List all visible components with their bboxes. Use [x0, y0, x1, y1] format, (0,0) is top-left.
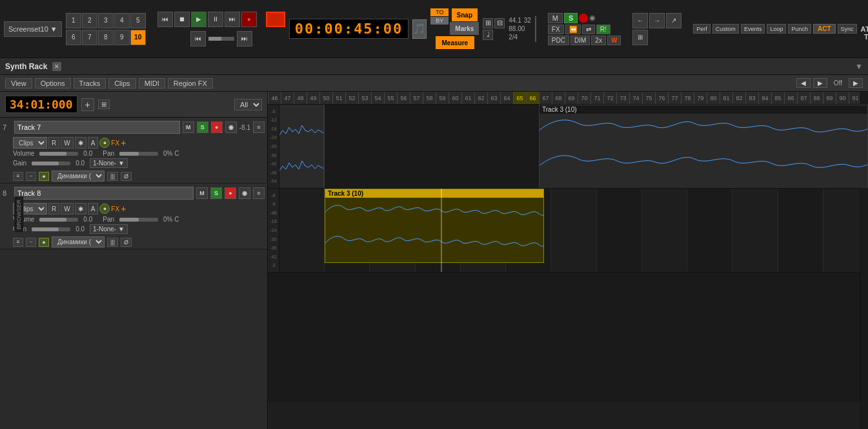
- track-8-wave-btn[interactable]: ~: [26, 238, 36, 247]
- perf-btn[interactable]: Perf: [693, 24, 711, 34]
- stop-btn[interactable]: ⏹: [174, 12, 190, 27]
- track-7-clips-dropdown[interactable]: Clips: [13, 137, 47, 149]
- track-7-none-dropdown[interactable]: 1-None- ▼: [90, 158, 128, 168]
- track-8-s-btn[interactable]: S: [210, 187, 222, 199]
- track-8-power-btn[interactable]: ●: [99, 204, 110, 214]
- rewind-icon[interactable]: ⏪: [565, 25, 581, 34]
- expand-btn[interactable]: ▶: [813, 78, 827, 88]
- track-8-fx-label[interactable]: FX: [111, 205, 119, 213]
- right-canvas[interactable]: 4647484950515253545556575859606162636465…: [268, 92, 868, 429]
- track-8-volume-slider[interactable]: [39, 218, 78, 222]
- tracks-menu[interactable]: Tracks: [74, 78, 106, 89]
- custom-btn[interactable]: Custom: [712, 24, 739, 34]
- track-8-name-input[interactable]: [14, 187, 194, 200]
- track-7-mute-icon[interactable]: Ø: [121, 172, 132, 181]
- track-8-power2-btn[interactable]: ●: [39, 238, 49, 247]
- record-btn[interactable]: ●: [241, 12, 257, 27]
- options-menu[interactable]: Options: [35, 78, 71, 89]
- track-8-fader-btn[interactable]: ≡: [253, 187, 265, 199]
- forward-btn[interactable]: ⏭: [237, 31, 252, 47]
- swap-btn[interactable]: ⇄: [582, 25, 595, 34]
- dim-btn[interactable]: DIM: [570, 36, 590, 45]
- num-3[interactable]: 3: [98, 13, 114, 28]
- track-7-m-btn[interactable]: M: [183, 121, 194, 133]
- grid-btn[interactable]: ⊞: [98, 99, 110, 109]
- track-7-wave-btn[interactable]: ~: [26, 172, 36, 181]
- track-8-w-btn[interactable]: W: [61, 203, 73, 214]
- synth-rack-close[interactable]: ✕: [52, 62, 61, 71]
- track-7-dynamics-dropdown[interactable]: Динамики (: [52, 171, 105, 182]
- track-8-a-btn[interactable]: A: [88, 203, 99, 214]
- track-8-gain-slider[interactable]: [32, 227, 70, 231]
- empty-canvas[interactable]: [268, 273, 868, 402]
- num-5[interactable]: 5: [130, 13, 146, 28]
- rewind-btn[interactable]: ⏮: [190, 31, 206, 47]
- track-8-speaker-btn[interactable]: ◉: [239, 187, 250, 199]
- track-7-meter-btn[interactable]: |||: [107, 172, 118, 181]
- arrow-diagonal-btn[interactable]: ↗: [666, 13, 681, 28]
- track-7-dark-area[interactable]: [325, 105, 538, 189]
- track-8-clip[interactable]: Track 3 (10): [325, 189, 544, 263]
- track-7-s-btn[interactable]: S: [197, 121, 208, 133]
- punch-btn[interactable]: Punch: [788, 24, 811, 34]
- position-slider[interactable]: [208, 37, 234, 41]
- snap-to-btn[interactable]: TO: [430, 8, 449, 16]
- grid-icon[interactable]: ⊞: [483, 18, 493, 28]
- minimize-btn[interactable]: ◀: [796, 78, 811, 88]
- region-fx-menu[interactable]: Region FX: [168, 78, 213, 89]
- metronome-indicator[interactable]: 🎵: [412, 19, 427, 39]
- track-7-name-input[interactable]: [14, 121, 180, 134]
- arrow-right-btn[interactable]: →: [649, 13, 665, 28]
- track-7-star-btn[interactable]: ✱: [75, 137, 86, 149]
- track-7-collapse-btn[interactable]: ≡: [13, 172, 23, 181]
- all-dropdown[interactable]: All: [234, 99, 262, 110]
- metronome-btn[interactable]: ♩: [483, 30, 493, 40]
- track-8-collapse-btn[interactable]: ≡: [13, 238, 23, 247]
- s-btn[interactable]: S: [564, 13, 578, 23]
- play-btn[interactable]: ▶: [191, 12, 207, 27]
- track-7-a-btn[interactable]: A: [88, 137, 99, 149]
- measure-btn[interactable]: Measure: [436, 36, 475, 49]
- midi-menu[interactable]: MIDI: [139, 78, 165, 89]
- add-track-btn[interactable]: +: [81, 98, 94, 111]
- settings-btn[interactable]: ▶: [849, 78, 863, 88]
- act-btn[interactable]: ACT: [813, 24, 836, 34]
- track-8-pan-slider[interactable]: [119, 218, 158, 222]
- track-7-gain-slider[interactable]: [32, 162, 70, 165]
- num-7[interactable]: 7: [82, 30, 97, 45]
- track-7-rec-btn[interactable]: ●: [211, 121, 223, 133]
- track-8-meter-btn[interactable]: |||: [107, 238, 118, 247]
- track-7-pan-slider[interactable]: [119, 152, 158, 156]
- track-7-w-btn[interactable]: W: [61, 137, 73, 149]
- grid-view-btn[interactable]: ⊞: [632, 30, 648, 45]
- view-menu[interactable]: View: [5, 78, 32, 89]
- track-8-mute-icon[interactable]: Ø: [121, 238, 132, 247]
- track-8-dynamics-dropdown[interactable]: Динамики (: [52, 236, 105, 247]
- track-8-canvas[interactable]: -6 -9 -dB -18 -24 -30 -36 -42 -3: [268, 189, 868, 273]
- num-6[interactable]: 6: [66, 30, 81, 45]
- track-7-power-btn[interactable]: ●: [99, 138, 110, 148]
- track-8-rec-btn[interactable]: ●: [225, 187, 236, 199]
- sync-btn[interactable]: Sync: [838, 24, 857, 34]
- track-8-star-btn[interactable]: ✱: [75, 203, 86, 214]
- track-8-r-btn[interactable]: R: [48, 203, 59, 214]
- loop-btn[interactable]: Loop: [767, 24, 786, 34]
- track-7-plus-btn[interactable]: +: [121, 138, 126, 148]
- num-2[interactable]: 2: [82, 13, 97, 28]
- num-10[interactable]: 10: [130, 30, 146, 45]
- marks-btn[interactable]: Marks: [450, 22, 479, 35]
- num-1[interactable]: 1: [66, 13, 81, 28]
- track-7-fader-btn[interactable]: ≡: [253, 121, 265, 133]
- track-7-fx-label[interactable]: FX: [111, 140, 119, 147]
- fx-btn[interactable]: FX: [548, 25, 564, 34]
- time-display[interactable]: 00:00:45:00: [289, 19, 409, 39]
- track-8-plus-btn[interactable]: +: [121, 204, 126, 214]
- arrow-left-btn[interactable]: ←: [632, 13, 648, 28]
- track-7-long-clip[interactable]: Track 3 (10): [539, 105, 868, 189]
- track-7-speaker-btn[interactable]: ◉: [225, 121, 237, 133]
- track-7-short-clip[interactable]: [279, 105, 325, 189]
- track-7-canvas[interactable]: -6 -12 -18 -24 -30 -36 -42 -48 -54: [268, 105, 868, 189]
- screenset-button[interactable]: Screenset10 ▼: [4, 21, 62, 37]
- 2x-btn[interactable]: 2x: [591, 36, 606, 45]
- go-to-start-btn[interactable]: ⏮: [157, 12, 173, 27]
